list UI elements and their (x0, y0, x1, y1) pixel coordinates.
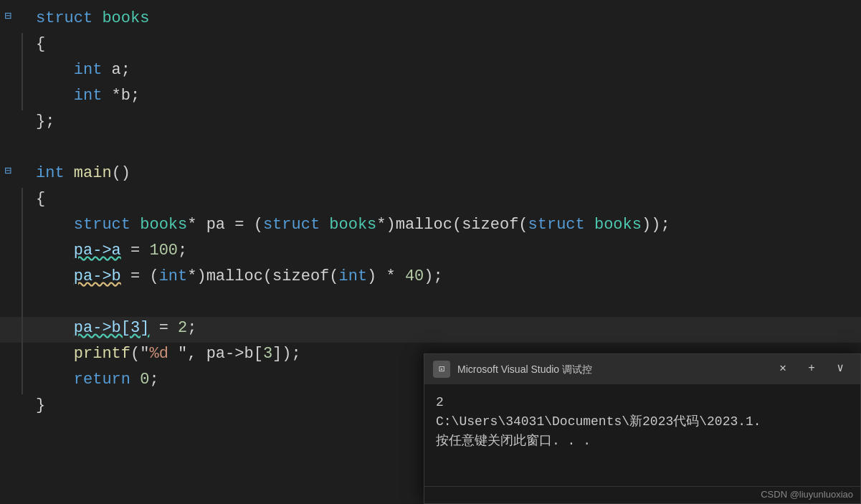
fold-gutter (0, 265, 16, 267)
token: 100 (149, 242, 178, 260)
code-line (0, 136, 861, 162)
fold-gutter (0, 343, 16, 344)
terminal-close-button[interactable]: ✕ (771, 359, 794, 379)
terminal-chevron-button[interactable]: ∨ (829, 359, 852, 379)
token: = (121, 242, 150, 260)
indent-guide (22, 343, 23, 369)
token: * pa = ( (187, 216, 263, 234)
code-content: struct books* pa = (struct books*)malloc… (29, 214, 861, 237)
token: }; (36, 113, 54, 130)
code-content: struct books (29, 7, 861, 30)
code-line (0, 291, 861, 317)
token: ", pa->b[ (178, 345, 263, 363)
fold-gutter (0, 59, 16, 60)
token (320, 216, 329, 234)
terminal-overlay: ⊡ Microsoft Visual Studio 调试控 ✕ + ∨ 2 C:… (424, 353, 861, 504)
token (36, 61, 74, 79)
token: int (36, 164, 65, 182)
terminal-buttons: ✕ + ∨ (771, 359, 852, 379)
code-line: pa->b[3] = 2; (0, 317, 861, 343)
token: books (329, 216, 376, 234)
token: main (74, 164, 112, 182)
token (585, 216, 594, 234)
fold-gutter (0, 214, 16, 215)
fold-gutter (0, 85, 16, 86)
token (36, 216, 74, 234)
fold-gutter (0, 188, 16, 189)
token: = (149, 319, 178, 337)
token: } (36, 396, 45, 414)
token: struct (528, 216, 585, 234)
code-content: { (29, 33, 861, 56)
code-line: pa->b = (int*)malloc(sizeof(int) * 40); (0, 265, 861, 291)
code-editor: ⊟struct books{ int a; int *b;};⊟int main… (0, 0, 861, 504)
token (130, 371, 140, 389)
token: ; (187, 319, 196, 337)
token (36, 345, 74, 363)
token: int (74, 87, 103, 105)
token: 0 (140, 371, 149, 389)
code-line: { (0, 188, 861, 214)
fold-gutter (0, 317, 16, 318)
code-line: int *b; (0, 85, 861, 110)
terminal-output-line3: 按任意键关闭此窗口. . . (436, 432, 849, 451)
code-line: int a; (0, 59, 861, 85)
code-line: ⊟struct books (0, 7, 861, 33)
token: pa->b[3] (74, 319, 150, 337)
token: () (112, 164, 130, 182)
token: books (594, 216, 642, 234)
indent-guide (22, 265, 23, 291)
terminal-icon: ⊡ (433, 361, 450, 378)
terminal-output-line2: C:\Users\34031\Documents\新2023代码\2023.1. (436, 412, 849, 432)
token (92, 9, 102, 27)
fold-button[interactable]: ⊟ (0, 7, 16, 25)
fold-gutter (0, 110, 16, 112)
code-content: { (29, 188, 861, 211)
fold-gutter (0, 33, 16, 34)
token (36, 371, 74, 389)
token: pa->b (74, 267, 121, 285)
fold-gutter (0, 239, 16, 241)
code-content: pa->b = (int*)malloc(sizeof(int) * 40); (29, 265, 861, 288)
token: *)malloc(sizeof( (376, 216, 528, 234)
indent-guide (22, 317, 23, 343)
token: *b; (102, 87, 140, 105)
fold-gutter (0, 136, 16, 138)
terminal-icon-glyph: ⊡ (439, 362, 444, 376)
indent-guide (22, 239, 23, 265)
token: books (102, 9, 149, 27)
fold-gutter (0, 369, 16, 370)
token (36, 319, 74, 337)
fold-button[interactable]: ⊟ (0, 162, 16, 180)
token: ; (178, 242, 187, 260)
token: struct (74, 216, 130, 234)
indent-guide (22, 59, 23, 85)
token (130, 216, 140, 234)
indent-guide (22, 33, 23, 59)
terminal-content: 2 C:\Users\34031\Documents\新2023代码\2023.… (424, 384, 860, 486)
token: ]); (272, 345, 301, 363)
token: struct (263, 216, 320, 234)
terminal-output-line1: 2 (436, 393, 849, 412)
indent-guide (22, 85, 23, 110)
token (36, 267, 74, 285)
code-content: pa->b[3] = 2; (29, 317, 861, 340)
token: )); (642, 216, 670, 234)
terminal-watermark: CSDN @liuyunluoxiao (424, 486, 860, 503)
fold-gutter (0, 291, 16, 293)
token: int (159, 267, 188, 285)
token: { (36, 35, 45, 53)
token: struct (36, 9, 92, 27)
indent-guide (22, 188, 23, 214)
token (36, 87, 74, 105)
indent-guide (22, 369, 23, 394)
indent-guide (22, 291, 23, 317)
token: ) * (367, 267, 405, 285)
token: a; (102, 61, 130, 79)
token (65, 164, 74, 182)
token (36, 242, 74, 260)
token: 40 (405, 267, 424, 285)
terminal-add-button[interactable]: + (800, 359, 823, 379)
token: (" (130, 345, 149, 363)
code-content: int main() (29, 162, 861, 185)
